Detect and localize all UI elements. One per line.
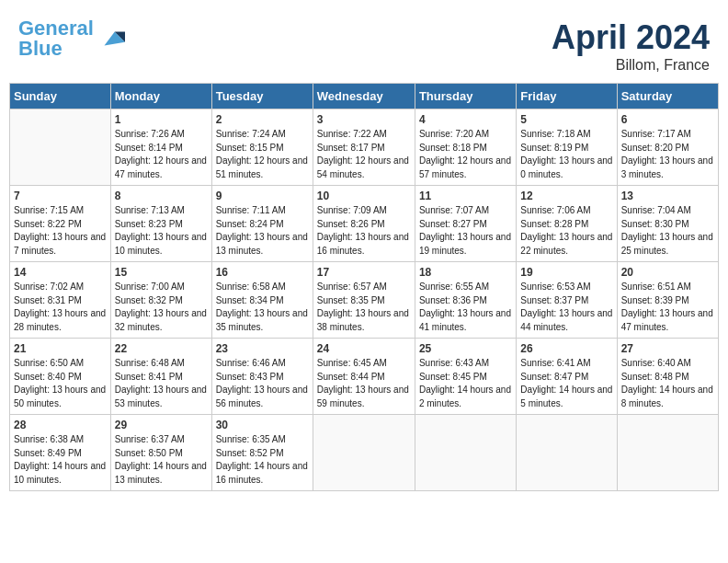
day-cell: 4Sunrise: 7:20 AMSunset: 8:18 PMDaylight… (415, 109, 516, 186)
daylight-text: Daylight: 13 hours and 47 minutes. (621, 308, 713, 332)
day-info: Sunrise: 7:13 AMSunset: 8:23 PMDaylight:… (115, 204, 208, 258)
day-cell: 10Sunrise: 7:09 AMSunset: 8:26 PMDayligh… (313, 186, 415, 262)
day-number: 26 (520, 342, 612, 355)
sunrise-text: Sunrise: 6:58 AM (216, 282, 286, 292)
sunrise-text: Sunrise: 6:37 AM (115, 434, 185, 444)
day-info: Sunrise: 7:15 AMSunset: 8:22 PMDaylight:… (14, 204, 107, 258)
daylight-text: Daylight: 14 hours and 16 minutes. (216, 461, 308, 485)
day-number: 4 (419, 113, 512, 126)
sunrise-text: Sunrise: 7:24 AM (216, 129, 286, 139)
logo: General Blue (18, 18, 125, 59)
daylight-text: Daylight: 13 hours and 16 minutes. (317, 232, 409, 256)
day-info: Sunrise: 6:48 AMSunset: 8:41 PMDaylight:… (115, 357, 208, 410)
day-number: 20 (621, 266, 714, 279)
sunrise-text: Sunrise: 6:43 AM (419, 358, 489, 368)
day-cell: 26Sunrise: 6:41 AMSunset: 8:47 PMDayligh… (517, 339, 617, 415)
sunset-text: Sunset: 8:35 PM (317, 295, 385, 305)
col-header-sunday: Sunday (10, 84, 111, 109)
day-cell: 14Sunrise: 7:02 AMSunset: 8:31 PMDayligh… (10, 262, 111, 339)
day-number: 21 (14, 342, 107, 355)
day-info: Sunrise: 6:50 AMSunset: 8:40 PMDaylight:… (14, 357, 107, 410)
day-number: 19 (520, 266, 612, 279)
day-info: Sunrise: 7:18 AMSunset: 8:19 PMDaylight:… (520, 128, 612, 181)
sunrise-text: Sunrise: 6:55 AM (419, 282, 489, 292)
sunset-text: Sunset: 8:49 PM (14, 448, 82, 458)
day-cell: 19Sunrise: 6:53 AMSunset: 8:37 PMDayligh… (517, 262, 617, 339)
sunrise-text: Sunrise: 7:07 AM (419, 205, 489, 215)
sunset-text: Sunset: 8:24 PM (216, 219, 284, 229)
sunrise-text: Sunrise: 6:40 AM (621, 358, 691, 368)
day-number: 8 (115, 190, 208, 202)
calendar-table: SundayMondayTuesdayWednesdayThursdayFrid… (9, 83, 719, 491)
day-info: Sunrise: 7:26 AMSunset: 8:14 PMDaylight:… (115, 128, 208, 181)
sunset-text: Sunset: 8:45 PM (419, 372, 487, 382)
day-number: 14 (14, 266, 107, 279)
week-row-0: 1Sunrise: 7:26 AMSunset: 8:14 PMDaylight… (10, 109, 719, 186)
day-cell: 23Sunrise: 6:46 AMSunset: 8:43 PMDayligh… (211, 339, 313, 415)
page-header: General Blue April 2024 Billom, France (9, 9, 719, 78)
sunrise-text: Sunrise: 6:48 AM (115, 358, 185, 368)
day-info: Sunrise: 6:37 AMSunset: 8:50 PMDaylight:… (115, 433, 208, 487)
daylight-text: Daylight: 14 hours and 10 minutes. (14, 461, 106, 485)
day-number: 12 (520, 190, 612, 202)
day-info: Sunrise: 7:06 AMSunset: 8:28 PMDaylight:… (520, 204, 612, 258)
day-info: Sunrise: 6:46 AMSunset: 8:43 PMDaylight:… (216, 357, 309, 410)
day-cell: 20Sunrise: 6:51 AMSunset: 8:39 PMDayligh… (617, 262, 718, 339)
sunset-text: Sunset: 8:26 PM (317, 219, 385, 229)
sunset-text: Sunset: 8:30 PM (621, 219, 689, 229)
daylight-text: Daylight: 13 hours and 50 minutes. (14, 385, 106, 408)
daylight-text: Daylight: 13 hours and 38 minutes. (317, 308, 409, 332)
sunrise-text: Sunrise: 7:26 AM (115, 129, 185, 139)
day-cell: 3Sunrise: 7:22 AMSunset: 8:17 PMDaylight… (313, 109, 415, 186)
daylight-text: Daylight: 13 hours and 3 minutes. (621, 155, 713, 179)
daylight-text: Daylight: 14 hours and 8 minutes. (621, 385, 713, 408)
day-cell: 9Sunrise: 7:11 AMSunset: 8:24 PMDaylight… (211, 186, 313, 262)
sunset-text: Sunset: 8:19 PM (520, 143, 588, 153)
daylight-text: Daylight: 12 hours and 47 minutes. (115, 155, 207, 179)
day-cell: 30Sunrise: 6:35 AMSunset: 8:52 PMDayligh… (211, 415, 313, 491)
sunrise-text: Sunrise: 6:41 AM (520, 358, 590, 368)
daylight-text: Daylight: 13 hours and 19 minutes. (419, 232, 511, 256)
sunrise-text: Sunrise: 6:46 AM (216, 358, 286, 368)
sunrise-text: Sunrise: 6:57 AM (317, 282, 387, 292)
day-cell: 22Sunrise: 6:48 AMSunset: 8:41 PMDayligh… (110, 339, 211, 415)
sunrise-text: Sunrise: 7:04 AM (621, 205, 691, 215)
week-row-3: 21Sunrise: 6:50 AMSunset: 8:40 PMDayligh… (10, 339, 719, 415)
day-info: Sunrise: 6:53 AMSunset: 8:37 PMDaylight:… (520, 281, 612, 334)
day-cell: 6Sunrise: 7:17 AMSunset: 8:20 PMDaylight… (617, 109, 718, 186)
daylight-text: Daylight: 13 hours and 35 minutes. (216, 308, 308, 332)
day-number: 25 (419, 342, 512, 355)
day-cell: 5Sunrise: 7:18 AMSunset: 8:19 PMDaylight… (517, 109, 617, 186)
sunrise-text: Sunrise: 7:02 AM (14, 282, 84, 292)
day-number: 17 (317, 266, 411, 279)
daylight-text: Daylight: 13 hours and 32 minutes. (115, 308, 207, 332)
day-cell: 16Sunrise: 6:58 AMSunset: 8:34 PMDayligh… (211, 262, 313, 339)
day-number: 10 (317, 190, 411, 202)
sunset-text: Sunset: 8:47 PM (520, 372, 588, 382)
sunset-text: Sunset: 8:18 PM (419, 143, 487, 153)
daylight-text: Daylight: 13 hours and 7 minutes. (14, 232, 106, 256)
daylight-text: Daylight: 13 hours and 22 minutes. (520, 232, 612, 256)
daylight-text: Daylight: 13 hours and 28 minutes. (14, 308, 106, 332)
day-number: 2 (216, 113, 309, 126)
day-info: Sunrise: 7:09 AMSunset: 8:26 PMDaylight:… (317, 204, 411, 258)
sunrise-text: Sunrise: 7:18 AM (520, 129, 590, 139)
day-number: 13 (621, 190, 714, 202)
day-cell: 17Sunrise: 6:57 AMSunset: 8:35 PMDayligh… (313, 262, 415, 339)
sunset-text: Sunset: 8:14 PM (115, 143, 183, 153)
sunset-text: Sunset: 8:37 PM (520, 295, 588, 305)
day-number: 27 (621, 342, 714, 355)
day-number: 7 (14, 190, 107, 202)
day-cell (517, 415, 617, 491)
sunset-text: Sunset: 8:36 PM (419, 295, 487, 305)
col-header-tuesday: Tuesday (211, 84, 313, 109)
day-cell: 25Sunrise: 6:43 AMSunset: 8:45 PMDayligh… (415, 339, 516, 415)
day-info: Sunrise: 6:41 AMSunset: 8:47 PMDaylight:… (520, 357, 612, 410)
daylight-text: Daylight: 14 hours and 5 minutes. (520, 385, 612, 408)
sunset-text: Sunset: 8:27 PM (419, 219, 487, 229)
logo-icon (97, 25, 125, 52)
day-cell (313, 415, 415, 491)
day-cell: 24Sunrise: 6:45 AMSunset: 8:44 PMDayligh… (313, 339, 415, 415)
day-info: Sunrise: 7:20 AMSunset: 8:18 PMDaylight:… (419, 128, 512, 181)
day-info: Sunrise: 7:24 AMSunset: 8:15 PMDaylight:… (216, 128, 309, 181)
